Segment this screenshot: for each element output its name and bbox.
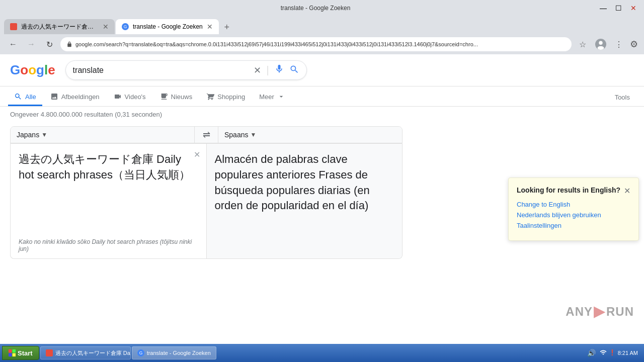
forward-button[interactable]: → [24,37,38,51]
svg-rect-6 [13,349,16,352]
source-text-area[interactable]: 過去の人気キーワード倉庫 Daily hot search phrases（当日… [11,144,206,234]
anyrun-watermark: ANY ▶ RUN [566,303,634,320]
anyrun-play-icon: ▶ [594,303,605,320]
bookmark-icon[interactable]: ☆ [576,37,590,51]
tray-network-icon[interactable] [600,349,607,357]
result-count: Ongeveer 4.800.000.000 resultaten (0,31 … [0,107,644,122]
tab-2-label: translate - Google Zoeken [133,23,203,30]
start-button[interactable]: Start [2,346,39,360]
tab-meer[interactable]: Meer [253,88,291,106]
tab-1[interactable]: 過去の人気キーワード倉庫 Daily hot s... ✕ [4,19,115,34]
tab-1-favicon [10,23,17,30]
translated-text: Almacén de palabras clave populares ante… [215,153,370,212]
page-content: G o o g l e ✕ | Alle Afbeeldingen [0,54,644,344]
notification-header: Looking for results in English? ✕ [517,186,630,196]
taskbar-item-2[interactable]: G translate - Google Zoeken [132,346,216,359]
back-button[interactable]: ← [6,37,20,51]
url-text: google.com/search?q=translate&oq=tra&aqs… [75,41,566,47]
tab-afbeeldingen[interactable]: Afbeeldingen [44,88,106,106]
swap-languages-button[interactable]: ⇌ [194,127,218,143]
taskbar: Start 過去の人気キーワード倉庫 Daily hot s... G tran… [0,344,644,362]
maximize-button[interactable]: ☐ [612,3,625,13]
tab-2[interactable]: G translate - Google Zoeken ✕ [116,19,219,34]
tab-videos[interactable]: Video's [108,88,152,106]
anyrun-text-run: RUN [606,305,634,319]
swap-icon: ⇌ [203,129,210,140]
browser-chrome: translate - Google Zoeken — ☐ ✕ 過去の人気キーワ… [0,0,644,54]
search-button[interactable] [289,64,299,76]
reload-button[interactable]: ↻ [42,37,56,51]
start-label: Start [18,349,33,357]
url-bar[interactable]: google.com/search?q=translate&oq=tra&aqs… [60,37,572,51]
settings-icon[interactable]: ⚙ [630,39,638,50]
svg-text:G: G [124,24,127,29]
lock-icon [66,41,72,47]
target-lang-dropdown-icon: ▼ [250,131,256,138]
tray-antivirus-icon[interactable]: ! [611,348,613,357]
new-tab-button[interactable]: + [220,20,234,34]
nav-tabs: Alle Afbeeldingen Video's Nieuws Shoppin… [0,86,644,107]
source-panel: 過去の人気キーワード倉庫 Daily hot search phrases（当日… [11,144,207,258]
title-text: translate - Google Zoeken [281,5,351,12]
svg-rect-7 [9,353,12,356]
tab-nieuws[interactable]: Nieuws [154,88,199,106]
svg-text:G: G [139,350,142,355]
target-lang-selector[interactable]: Spaans ▼ [218,127,402,143]
address-bar: ← → ↻ google.com/search?q=translate&oq=t… [0,34,644,54]
tab-alle[interactable]: Alle [8,88,42,106]
taskbar-item-2-label: translate - Google Zoeken [147,350,211,356]
taskbar-item-1-label: 過去の人気キーワード倉庫 Daily hot s... [55,349,131,357]
tab-2-close[interactable]: ✕ [207,23,213,31]
tab-1-label: 過去の人気キーワード倉庫 Daily hot s... [21,23,99,31]
source-text: 過去の人気キーワード倉庫 Daily hot search phrases（当日… [19,153,190,181]
taskbar-tray: 🔊 ! 8:21 AM [583,348,642,357]
translator-widget: Japans ▼ ⇌ Spaans ▼ 過去の人気キーワード倉庫 Daily h… [10,126,403,259]
tab-1-close[interactable]: ✕ [103,23,109,31]
minimize-button[interactable]: — [597,3,610,13]
notification-box: Looking for results in English? ✕ Change… [508,177,639,241]
clear-search-button[interactable]: ✕ [254,65,261,76]
taskbar-item-1-icon [46,349,53,356]
tab-2-favicon: G [122,23,129,30]
taskbar-item-2-icon: G [137,349,144,356]
romanization-text: Kako no ninki kīwādo sōko Daily hot sear… [11,234,206,258]
profile-icon[interactable] [594,37,608,51]
close-button[interactable]: ✕ [627,3,640,13]
tray-volume-icon[interactable]: 🔊 [587,349,596,357]
svg-rect-8 [13,353,16,356]
title-bar: translate - Google Zoeken — ☐ ✕ [0,0,644,16]
tab-meer-label: Meer [259,93,274,101]
target-panel: Almacén de palabras clave populares ante… [207,144,403,258]
notification-title: Looking for results in English? [517,186,620,194]
tab-afbeeldingen-label: Afbeeldingen [61,93,100,101]
taskbar-item-1[interactable]: 過去の人気キーワード倉庫 Daily hot s... [40,346,131,359]
change-to-english-link[interactable]: Change to English [517,201,630,208]
clear-source-button[interactable]: ✕ [194,150,200,159]
source-lang-selector[interactable]: Japans ▼ [11,127,194,143]
svg-point-3 [599,41,602,45]
notification-close-button[interactable]: ✕ [624,186,630,196]
source-lang-dropdown-icon: ▼ [41,131,47,138]
target-lang-label: Spaans [224,131,248,139]
windows-logo-icon [9,349,16,356]
tab-shopping[interactable]: Shopping [200,88,251,106]
divider: | [266,64,269,76]
anyrun-text-any: ANY [566,305,593,319]
search-box[interactable]: ✕ | [65,60,307,80]
google-logo: G o o g l e [10,62,55,78]
keep-dutch-link[interactable]: Nederlands blijven gebruiken [517,211,630,219]
window-controls: — ☐ ✕ [597,3,640,13]
tab-bar: 過去の人気キーワード倉庫 Daily hot s... ✕ G translat… [0,16,644,34]
tab-nieuws-label: Nieuws [171,93,193,101]
tools-button[interactable]: Tools [609,89,636,105]
svg-rect-5 [9,349,12,352]
voice-search-button[interactable] [274,64,284,76]
search-input[interactable] [73,66,249,75]
language-settings-link[interactable]: Taalinstellingen [517,222,630,229]
menu-icon[interactable]: ⋮ [612,37,626,51]
translated-text-area: Almacén de palabras clave populares ante… [207,144,403,234]
tab-videos-label: Video's [125,93,146,101]
source-lang-label: Japans [17,131,39,139]
svg-point-4 [598,46,604,50]
tray-time: 8:21 AM [618,350,638,356]
